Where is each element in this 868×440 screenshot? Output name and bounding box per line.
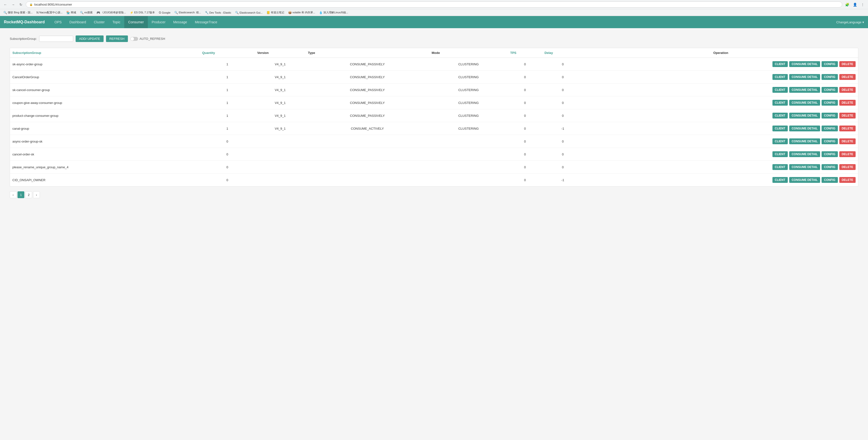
pagination-next[interactable]: › [33, 191, 40, 198]
bookmark-item[interactable]: 🔍es搜索 [79, 10, 94, 15]
bookmark-label: 深入理解Linux内核... [323, 11, 348, 14]
client-button[interactable]: CLIENT [772, 87, 788, 93]
client-button[interactable]: CLIENT [772, 177, 788, 183]
delete-button[interactable]: DELETE [839, 74, 856, 80]
config-button[interactable]: CONFIG [822, 74, 838, 80]
config-button[interactable]: CONFIG [822, 126, 838, 131]
forward-button[interactable]: → [10, 2, 16, 7]
nav-item-ops[interactable]: OPS [51, 16, 66, 28]
menu-button[interactable]: ⋮ [860, 2, 866, 7]
bookmark-label: Elasticsearch Gui... [240, 11, 262, 14]
config-button[interactable]: CONFIG [822, 87, 838, 93]
delete-button[interactable]: DELETE [839, 138, 856, 144]
delete-button[interactable]: DELETE [839, 113, 856, 119]
client-button[interactable]: CLIENT [772, 138, 788, 144]
auto-refresh-toggle[interactable] [130, 37, 138, 41]
cell-delay: -1 [542, 174, 584, 187]
lock-icon: 🔒 [29, 3, 33, 6]
nav-item-dashboard[interactable]: Dashboard [66, 16, 90, 28]
nav-item-producer[interactable]: Producer [148, 16, 169, 28]
nav-item-consumer[interactable]: Consumer [124, 16, 148, 28]
col-header-type: Type [306, 48, 429, 58]
consume-detail-button[interactable]: CONSUME DETAIL [789, 100, 820, 106]
back-button[interactable]: ← [2, 2, 8, 7]
config-button[interactable]: CONFIG [822, 151, 838, 157]
cell-operation: CLIENTCONSUME DETAILCONFIGDELETE [584, 96, 858, 109]
delete-button[interactable]: DELETE [839, 126, 856, 131]
cell-operation: CLIENTCONSUME DETAILCONFIGDELETE [584, 161, 858, 174]
bookmark-item[interactable]: 🔍微软 Bing 搜索 - 国... [2, 10, 34, 15]
address-bar[interactable]: 🔒 localhost:9091/#/consumer [26, 1, 842, 7]
delete-button[interactable]: DELETE [839, 61, 856, 67]
client-button[interactable]: CLIENT [772, 61, 788, 67]
nav-item-messagetrace[interactable]: MessageTrace [191, 16, 221, 28]
bookmark-icon: N [36, 11, 39, 14]
pagination-page-2[interactable]: 2 [25, 191, 32, 198]
config-button[interactable]: CONFIG [822, 138, 838, 144]
bookmark-icon: 📦 [288, 11, 292, 14]
ops-group: CLIENTCONSUME DETAILCONFIGDELETE [586, 151, 856, 157]
nav-item-cluster[interactable]: Cluster [90, 16, 108, 28]
pagination-page-1[interactable]: 1 [18, 191, 24, 198]
bookmark-item[interactable]: ⚡ES DSL 7.17版本 [128, 10, 156, 15]
bookmark-item[interactable]: 📦volatile 和 内存屏... [287, 10, 317, 15]
bookmark-item[interactable]: 🔧Dev Tools - Elastic [204, 10, 233, 15]
client-button[interactable]: CLIENT [772, 164, 788, 170]
profile-button[interactable]: 👤 [852, 2, 858, 7]
change-language-button[interactable]: ChangeLanguage ▾ [836, 21, 864, 24]
consume-detail-button[interactable]: CONSUME DETAIL [789, 61, 820, 67]
bookmark-icon: 🔍 [3, 11, 7, 14]
delete-button[interactable]: DELETE [839, 151, 856, 157]
add-update-button[interactable]: ADD/ UPDATE [75, 35, 103, 42]
delete-button[interactable]: DELETE [839, 87, 856, 93]
cell-subscriptiongroup: sk-cancel-consumer-group [10, 83, 199, 96]
bookmark-item[interactable]: 🎮《JOJO的奇妙冒险... [95, 10, 127, 15]
bookmark-item[interactable]: 📒有道云笔记 [265, 10, 286, 15]
cell-subscriptiongroup: please_rename_unique_group_name_4 [10, 161, 199, 174]
nav-item-topic[interactable]: Topic [108, 16, 124, 28]
client-button[interactable]: CLIENT [772, 113, 788, 119]
nav-item-message[interactable]: Message [169, 16, 191, 28]
delete-button[interactable]: DELETE [839, 177, 856, 183]
subscription-group-input[interactable] [39, 36, 73, 42]
consume-detail-button[interactable]: CONSUME DETAIL [789, 113, 820, 119]
consume-detail-button[interactable]: CONSUME DETAIL [789, 74, 820, 80]
consume-detail-button[interactable]: CONSUME DETAIL [789, 126, 820, 131]
cell-mode: CLUSTERING [429, 83, 508, 96]
client-button[interactable]: CLIENT [772, 74, 788, 80]
bookmark-item[interactable]: 💧深入理解Linux内核... [317, 10, 349, 15]
config-button[interactable]: CONFIG [822, 177, 838, 183]
bookmark-icon: 💧 [319, 11, 323, 14]
client-button[interactable]: CLIENT [772, 151, 788, 157]
client-button[interactable]: CLIENT [772, 100, 788, 106]
config-button[interactable]: CONFIG [822, 100, 838, 106]
bookmark-item[interactable]: 🔍Elasticsearch: 权... [173, 10, 203, 15]
cell-type: CONSUME_PASSIVELY [306, 58, 429, 71]
consume-detail-button[interactable]: CONSUME DETAIL [789, 87, 820, 93]
cell-version: V4_9_1 [255, 109, 306, 122]
extensions-button[interactable]: 🧩 [844, 2, 850, 7]
bookmark-label: es搜索 [84, 11, 93, 14]
cell-operation: CLIENTCONSUME DETAILCONFIGDELETE [584, 148, 858, 161]
delete-button[interactable]: DELETE [839, 100, 856, 106]
config-button[interactable]: CONFIG [822, 113, 838, 119]
client-button[interactable]: CLIENT [772, 126, 788, 131]
cell-tps: 0 [508, 109, 542, 122]
subscription-group-label: SubscriptionGroup: [10, 37, 37, 40]
bookmark-item[interactable]: NNacos配置中心源... [35, 10, 64, 15]
delete-button[interactable]: DELETE [839, 164, 856, 170]
consume-detail-button[interactable]: CONSUME DETAIL [789, 164, 820, 170]
config-button[interactable]: CONFIG [822, 164, 838, 170]
cell-quantity: 0 [199, 148, 255, 161]
pagination-prev[interactable]: ‹ [10, 191, 17, 198]
consume-detail-button[interactable]: CONSUME DETAIL [789, 151, 820, 157]
cell-mode [429, 174, 508, 187]
bookmark-item[interactable]: 🏪商城 [65, 10, 78, 15]
bookmark-item[interactable]: GGoogle [157, 10, 172, 15]
refresh-button[interactable]: REFRESH [106, 35, 128, 42]
consume-detail-button[interactable]: CONSUME DETAIL [789, 138, 820, 144]
bookmark-item[interactable]: 🔍Elasticsearch Gui... [234, 10, 264, 15]
reload-button[interactable]: ↻ [18, 2, 24, 7]
consume-detail-button[interactable]: CONSUME DETAIL [789, 177, 820, 183]
config-button[interactable]: CONFIG [822, 61, 838, 67]
